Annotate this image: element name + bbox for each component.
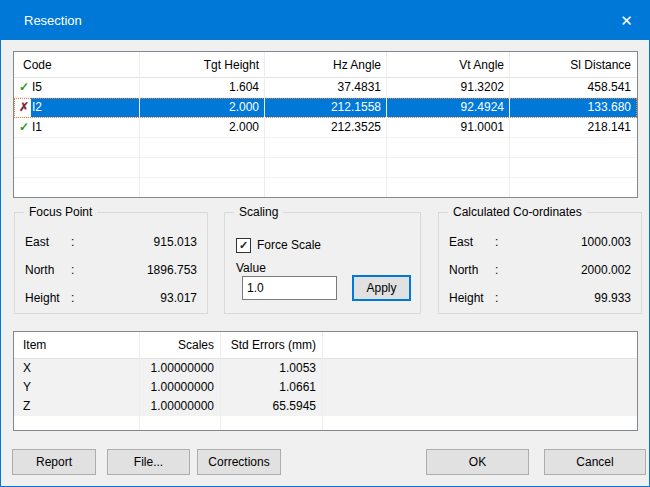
empty-row	[14, 138, 637, 158]
scaling-group-title: Scaling	[234, 205, 283, 219]
std-error-cell: 65.5945	[220, 397, 322, 416]
tgt-height-cell: 2.000	[140, 98, 265, 117]
scale-cell: 1.00000000	[139, 378, 220, 397]
results-header: ItemScalesStd Errors (mm)	[14, 332, 637, 359]
east-value: 1000.003	[581, 235, 631, 249]
observation-row-i5[interactable]: ✓I51.60437.483191.3202458.541	[14, 78, 637, 98]
code-label: I2	[31, 98, 140, 117]
filler-cell	[322, 359, 637, 378]
results-table: ItemScalesStd Errors (mm) X1.000000001.0…	[13, 331, 638, 431]
code-cell: ✓I5	[14, 78, 140, 97]
column-header-hz-angle[interactable]: Hz Angle	[265, 58, 387, 72]
east-row: East:915.013	[25, 228, 197, 256]
ok-button[interactable]: OK	[426, 449, 529, 475]
east-label: East	[25, 235, 71, 249]
empty-row	[14, 158, 637, 178]
colon-separator: :	[71, 235, 83, 249]
observations-body: ✓I51.60437.483191.3202458.541✗I22.000212…	[14, 78, 637, 198]
code-label: I1	[31, 118, 140, 137]
observations-header: CodeTgt HeightHz AngleVt AngleSl Distanc…	[14, 52, 637, 78]
colon-separator: :	[71, 291, 83, 305]
north-value: 2000.002	[581, 263, 631, 277]
value-label: Value	[236, 261, 266, 275]
north-row: North:1896.753	[25, 256, 197, 284]
column-header-tgt-height[interactable]: Tgt Height	[140, 58, 265, 72]
north-label: North	[25, 263, 71, 277]
resection-dialog: Resection ✕ CodeTgt HeightHz AngleVt Ang…	[0, 0, 650, 487]
code-cell: ✗I2	[14, 98, 140, 117]
status-accepted-icon: ✓	[17, 78, 31, 97]
north-label: North	[449, 263, 495, 277]
scale-cell: 1.00000000	[139, 397, 220, 416]
focus-point-group-title: Focus Point	[24, 205, 97, 219]
scaling-group: Scaling ✓ Force Scale Value Apply	[224, 212, 421, 314]
result-row-x[interactable]: X1.000000001.0053	[14, 359, 637, 378]
corrections-button[interactable]: Corrections	[197, 449, 281, 475]
height-label: Height	[25, 291, 71, 305]
colon-separator: :	[495, 263, 507, 277]
column-header-code[interactable]: Code	[14, 58, 140, 72]
code-cell: ✓I1	[14, 118, 140, 137]
item-cell: X	[14, 359, 139, 378]
code-label: I5	[31, 78, 140, 97]
north-row: North:2000.002	[449, 256, 631, 284]
file-button[interactable]: File...	[107, 449, 190, 475]
force-scale-label: Force Scale	[257, 238, 321, 252]
column-header-scales[interactable]: Scales	[139, 338, 220, 352]
empty-row	[14, 178, 637, 198]
close-button[interactable]: ✕	[604, 1, 649, 40]
cancel-button[interactable]: Cancel	[544, 449, 646, 475]
focus-point-group: Focus Point East:915.013North:1896.753He…	[14, 212, 208, 314]
hz-angle-cell: 37.4831	[265, 78, 387, 97]
window-title: Resection	[24, 13, 82, 28]
column-header-vt-angle[interactable]: Vt Angle	[387, 58, 510, 72]
status-rejected-icon: ✗	[17, 98, 31, 117]
apply-button[interactable]: Apply	[352, 275, 411, 301]
sl-distance-cell: 218.141	[510, 118, 637, 137]
east-row: East:1000.003	[449, 228, 631, 256]
result-row-y[interactable]: Y1.000000001.0661	[14, 378, 637, 397]
vt-angle-cell: 91.0001	[387, 118, 510, 137]
vt-angle-cell: 92.4924	[387, 98, 510, 117]
observation-row-i2[interactable]: ✗I22.000212.155892.4924133.680	[14, 98, 637, 118]
height-value: 93.017	[160, 291, 197, 305]
titlebar[interactable]: Resection ✕	[1, 1, 649, 40]
height-value: 99.933	[594, 291, 631, 305]
result-row-z[interactable]: Z1.0000000065.5945	[14, 397, 637, 416]
filler-cell	[322, 397, 637, 416]
results-body: X1.000000001.0053Y1.000000001.0661Z1.000…	[14, 359, 637, 416]
observation-row-i1[interactable]: ✓I12.000212.352591.0001218.141	[14, 118, 637, 138]
hz-angle-cell: 212.3525	[265, 118, 387, 137]
item-cell: Y	[14, 378, 139, 397]
hz-angle-cell: 212.1558	[265, 98, 387, 117]
tgt-height-cell: 2.000	[140, 118, 265, 137]
force-scale-checkbox[interactable]: ✓	[236, 238, 251, 253]
checkmark-icon: ✓	[239, 240, 248, 251]
sl-distance-cell: 458.541	[510, 78, 637, 97]
scale-cell: 1.00000000	[139, 359, 220, 378]
colon-separator: :	[495, 291, 507, 305]
east-value: 915.013	[154, 235, 197, 249]
column-header-sl-distance[interactable]: Sl Distance	[510, 58, 637, 72]
close-icon: ✕	[620, 13, 633, 28]
std-error-cell: 1.0053	[220, 359, 322, 378]
column-header-std-errors-mm[interactable]: Std Errors (mm)	[220, 338, 322, 352]
height-label: Height	[449, 291, 495, 305]
calculated-coordinates-group: Calculated Co-ordinates East:1000.003Nor…	[438, 212, 642, 314]
status-accepted-icon: ✓	[17, 118, 31, 137]
height-row: Height:93.017	[25, 284, 197, 312]
report-button[interactable]: Report	[12, 449, 96, 475]
calculated-coordinates-group-title: Calculated Co-ordinates	[448, 205, 587, 219]
colon-separator: :	[71, 263, 83, 277]
vt-angle-cell: 91.3202	[387, 78, 510, 97]
item-cell: Z	[14, 397, 139, 416]
north-value: 1896.753	[147, 263, 197, 277]
filler-cell	[322, 378, 637, 397]
std-error-cell: 1.0661	[220, 378, 322, 397]
column-header-item[interactable]: Item	[14, 338, 139, 352]
sl-distance-cell: 133.680	[510, 98, 637, 117]
colon-separator: :	[495, 235, 507, 249]
tgt-height-cell: 1.604	[140, 78, 265, 97]
scale-value-input[interactable]	[242, 276, 337, 300]
east-label: East	[449, 235, 495, 249]
